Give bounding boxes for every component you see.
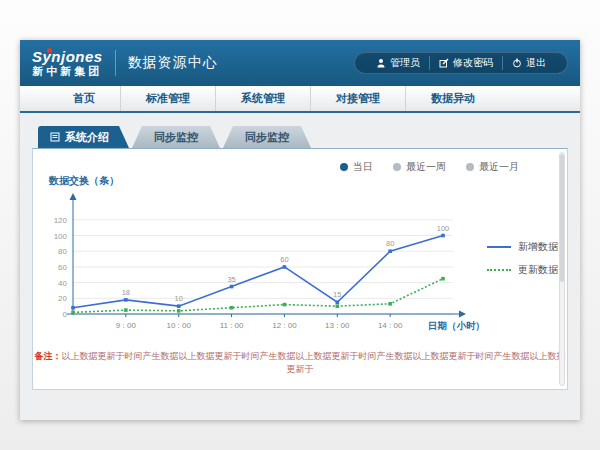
line-chart: 0204060801001209 : 0010 : 0011 : 0012 : … (35, 188, 487, 348)
radio-unselected-icon (393, 163, 401, 171)
app-window: Synjones 新中新集团 数据资源中心 管理员 修改密码 (20, 40, 580, 420)
svg-text:40: 40 (58, 279, 67, 288)
svg-text:18: 18 (122, 288, 130, 297)
document-icon (50, 132, 60, 142)
svg-text:100: 100 (437, 224, 450, 233)
user-button[interactable]: 管理员 (367, 56, 429, 70)
footnote: 备注：以上数据更新于时间产生数据以上数据更新于时间产生数据以上数据更新于时间产生… (33, 350, 567, 376)
nav-item-interface-mgmt[interactable]: 对接管理 (310, 86, 405, 111)
main-nav: 首页 标准管理 系统管理 对接管理 数据异动 (20, 86, 580, 113)
radio-unselected-icon (466, 163, 474, 171)
tab-label: 同步监控 (154, 126, 198, 148)
svg-text:15: 15 (333, 290, 341, 299)
power-icon (512, 58, 522, 68)
brand-logo: Synjones 新中新集团 (32, 49, 103, 78)
nav-item-data-change[interactable]: 数据异动 (405, 86, 500, 111)
page-title: 数据资源中心 (128, 54, 218, 72)
svg-text:9 : 00: 9 : 00 (116, 321, 137, 330)
edit-icon (439, 58, 449, 68)
change-password-label: 修改密码 (453, 56, 493, 70)
scrollbar-thumb[interactable] (560, 154, 564, 282)
filter-option-last-month[interactable]: 最近一月 (466, 160, 519, 174)
header: Synjones 新中新集团 数据资源中心 管理员 修改密码 (20, 40, 580, 86)
svg-text:100: 100 (54, 232, 68, 241)
radio-selected-icon (340, 163, 348, 171)
svg-text:12 : 00: 12 : 00 (272, 321, 297, 330)
filter-option-today[interactable]: 当日 (340, 160, 373, 174)
svg-text:80: 80 (58, 247, 67, 256)
chart-y-axis-label: 数据交换（条） (49, 174, 567, 188)
svg-text:0: 0 (63, 310, 68, 319)
tab-bar: 系统介绍 同步监控 同步监控 (38, 126, 568, 148)
svg-text:10 : 00: 10 : 00 (166, 321, 191, 330)
scrollbar[interactable] (559, 152, 565, 386)
footnote-text: 以上数据更新于时间产生数据以上数据更新于时间产生数据以上数据更新于时间产生数据以… (62, 351, 566, 374)
svg-text:10: 10 (175, 294, 183, 303)
legend-line-sample (487, 269, 511, 271)
user-label: 管理员 (390, 56, 420, 70)
tab-sync-monitor-1[interactable]: 同步监控 (132, 126, 220, 148)
tab-sync-monitor-2[interactable]: 同步监控 (223, 126, 311, 148)
filter-label: 最近一周 (406, 160, 446, 174)
person-icon (376, 58, 386, 68)
logout-label: 退出 (526, 56, 546, 70)
legend-label: 新增数据 (518, 240, 558, 254)
legend-label: 更新数据 (518, 263, 558, 277)
svg-text:日期（小时）: 日期（小时） (428, 320, 485, 332)
legend-line-sample (487, 246, 511, 248)
filter-option-last-week[interactable]: 最近一周 (393, 160, 446, 174)
legend-item-new-data: 新增数据 (487, 240, 558, 254)
logo-accent-dot (47, 48, 52, 53)
content-area: 系统介绍 同步监控 同步监控 当日 最近一周 (20, 113, 580, 390)
logout-button[interactable]: 退出 (502, 56, 555, 70)
svg-text:80: 80 (386, 239, 394, 248)
tab-system-intro[interactable]: 系统介绍 (38, 126, 129, 148)
tab-label: 同步监控 (245, 126, 289, 148)
svg-text:14 : 00: 14 : 00 (378, 321, 403, 330)
logo-subtext: 新中新集团 (32, 65, 103, 77)
legend-item-update-data: 更新数据 (487, 263, 558, 277)
svg-text:60: 60 (280, 255, 288, 264)
user-menu: 管理员 修改密码 退出 (354, 52, 568, 74)
svg-text:13 : 00: 13 : 00 (325, 321, 350, 330)
footnote-label: 备注： (35, 351, 62, 361)
logo-text: Synjones (32, 49, 103, 66)
filter-label: 当日 (353, 160, 373, 174)
svg-text:20: 20 (58, 294, 67, 303)
filter-label: 最近一月 (479, 160, 519, 174)
chart-legend: 新增数据 更新数据 (487, 240, 558, 286)
content-panel: 当日 最近一周 最近一月 数据交换（条） 0204060801001209 : … (32, 148, 568, 390)
nav-item-system-mgmt[interactable]: 系统管理 (215, 86, 310, 111)
svg-text:11 : 00: 11 : 00 (220, 321, 244, 330)
time-range-filters: 当日 最近一周 最近一月 (33, 149, 567, 174)
header-divider (115, 50, 116, 76)
change-password-button[interactable]: 修改密码 (429, 56, 502, 70)
chart-container: 0204060801001209 : 0010 : 0011 : 0012 : … (33, 188, 567, 348)
tab-label: 系统介绍 (65, 126, 109, 148)
svg-text:60: 60 (58, 263, 67, 272)
svg-text:120: 120 (54, 216, 68, 225)
nav-item-standard-mgmt[interactable]: 标准管理 (120, 86, 215, 111)
svg-text:35: 35 (227, 275, 235, 284)
nav-item-home[interactable]: 首页 (48, 86, 120, 111)
